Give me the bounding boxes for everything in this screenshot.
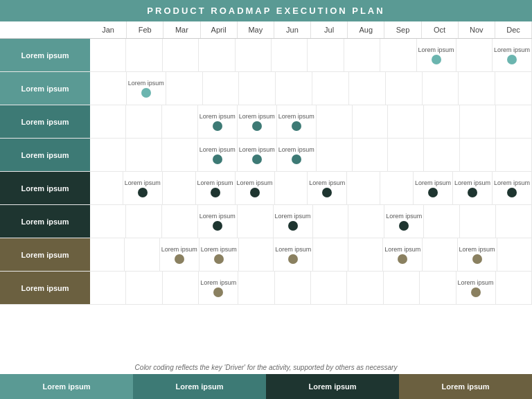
cell-r6-m11 [497, 238, 532, 271]
milestone: Lorem ipsum [200, 146, 236, 164]
milestone-label: Lorem ipsum [459, 246, 495, 253]
cell-r6-m5: Lorem ipsum [274, 238, 313, 271]
cell-r3-m2 [162, 139, 198, 171]
footer-note: Color coding reflects the key 'Driver' f… [0, 360, 532, 374]
milestone-dot [138, 188, 148, 197]
cell-r2-m2 [162, 105, 198, 138]
gantt-row-1: Lorem ipsumLorem ipsum [0, 72, 532, 105]
cell-r3-m6 [317, 139, 353, 171]
milestone: Lorem ipsum [275, 213, 311, 231]
cell-r6-m4 [239, 238, 274, 271]
milestone-label: Lorem ipsum [161, 246, 197, 253]
app: PRODUCT ROADMAP EXECUTION PLAN JanFebMar… [0, 0, 532, 399]
milestone-label: Lorem ipsum [418, 46, 454, 53]
row-label-0: Lorem ipsum [0, 39, 90, 71]
cell-r6-m8: Lorem ipsum [383, 238, 423, 271]
cell-r3-m3: Lorem ipsum [198, 139, 238, 171]
milestone: Lorem ipsum [384, 246, 420, 264]
milestone-label: Lorem ipsum [200, 146, 236, 153]
month-header-feb: Feb [127, 21, 163, 38]
milestone: Lorem ipsum [459, 246, 495, 264]
milestone-dot [141, 88, 151, 98]
cell-r0-m6 [308, 39, 344, 71]
cell-r5-m8: Lorem ipsum [384, 205, 424, 238]
milestone-dot [428, 188, 438, 197]
month-header-mar: Mar [163, 21, 200, 38]
page-title: PRODUCT ROADMAP EXECUTION PLAN [0, 0, 532, 21]
cell-r7-m5 [275, 272, 311, 304]
row-label-1: Lorem ipsum [0, 72, 90, 105]
cell-r0-m2 [163, 39, 199, 71]
row-label-6: Lorem ipsum [0, 238, 90, 271]
cell-r0-m4 [236, 39, 272, 71]
cell-r7-m6 [311, 272, 347, 304]
cell-r5-m11 [496, 205, 532, 238]
milestone-label: Lorem ipsum [415, 179, 451, 186]
milestone-label: Lorem ipsum [458, 279, 494, 286]
cell-r2-m0 [90, 105, 126, 138]
milestone-dot [288, 254, 298, 264]
cell-r1-m11 [495, 72, 532, 105]
cell-r0-m5 [272, 39, 308, 71]
milestone: Lorem ipsum [201, 246, 237, 264]
milestone-dot [213, 287, 223, 297]
milestone: Lorem ipsum [125, 179, 161, 197]
cell-r1-m9 [423, 72, 459, 105]
milestone-label: Lorem ipsum [275, 213, 311, 220]
milestone-dot [288, 221, 298, 231]
cell-r0-m11: Lorem ipsum [493, 39, 532, 71]
cell-r0-m1 [126, 39, 162, 71]
milestone: Lorem ipsum [278, 113, 314, 131]
row-content-4: Lorem ipsumLorem ipsumLorem ipsumLorem i… [90, 172, 532, 204]
milestone-dot [432, 55, 441, 64]
cell-r6-m9 [423, 238, 457, 271]
milestone: Lorem ipsum [415, 179, 451, 197]
cell-r3-m10 [460, 139, 496, 171]
milestone-dot [322, 188, 332, 197]
cell-r6-m7 [348, 238, 383, 271]
cell-r6-m0 [90, 238, 125, 271]
milestone-label: Lorem ipsum [278, 113, 314, 120]
cell-r5-m6 [313, 205, 349, 238]
row-content-1: Lorem ipsum [90, 72, 532, 105]
row-label-4: Lorem ipsum [0, 172, 90, 204]
row-label-2: Lorem ipsum [0, 105, 90, 138]
cell-r3-m9 [424, 139, 460, 171]
cell-r2-m7 [353, 105, 389, 138]
month-header-jul: Jul [311, 21, 348, 38]
milestone: Lorem ipsum [197, 179, 233, 197]
cell-r0-m7 [344, 39, 380, 71]
milestone-dot [468, 188, 477, 197]
milestone: Lorem ipsum [278, 146, 314, 164]
row-label-3: Lorem ipsum [0, 139, 90, 171]
cell-r2-m6 [317, 105, 353, 138]
milestone: Lorem ipsum [200, 213, 236, 231]
row-content-0: Lorem ipsumLorem ipsum [90, 39, 532, 71]
milestone: Lorem ipsum [458, 279, 494, 297]
milestone-dot [213, 154, 222, 164]
cell-r2-m8 [388, 105, 424, 138]
milestone-dot [250, 188, 260, 197]
cell-r0-m9: Lorem ipsum [417, 39, 456, 71]
milestone-label: Lorem ipsum [494, 179, 530, 186]
milestone-dot [214, 254, 224, 264]
milestone: Lorem ipsum [386, 213, 422, 231]
cell-r5-m1 [126, 205, 162, 238]
cell-r2-m5: Lorem ipsum [277, 105, 317, 138]
gantt-row-2: Lorem ipsumLorem ipsumLorem ipsumLorem i… [0, 105, 532, 139]
cell-r4-m10: Lorem ipsum [453, 172, 493, 204]
cell-r7-m1 [126, 272, 162, 304]
cell-r7-m0 [90, 272, 126, 304]
cell-r4-m7 [347, 172, 380, 204]
cell-r2-m10 [460, 105, 496, 138]
milestone-label: Lorem ipsum [278, 146, 314, 153]
cell-r7-m11 [496, 272, 532, 304]
milestone-dot [213, 221, 222, 231]
cell-r7-m3: Lorem ipsum [199, 272, 238, 304]
cell-r4-m0 [90, 172, 123, 204]
month-header-sep: Sep [384, 21, 421, 38]
milestone-label: Lorem ipsum [494, 46, 530, 53]
cell-r6-m2: Lorem ipsum [160, 238, 200, 271]
milestone-label: Lorem ipsum [197, 179, 233, 186]
cell-r3-m7 [353, 139, 389, 171]
